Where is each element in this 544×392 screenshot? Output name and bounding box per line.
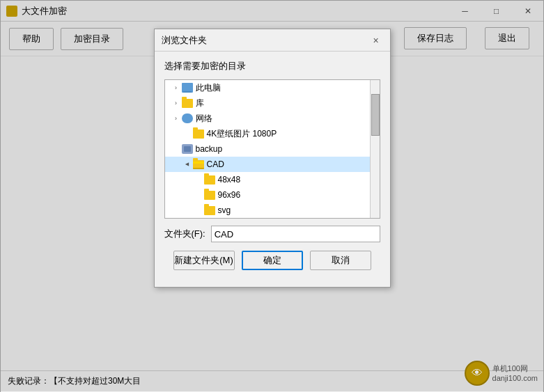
confirm-button[interactable]: 确定: [242, 251, 303, 270]
tree-item-cad[interactable]: ▼ CAD: [165, 157, 380, 172]
dialog-overlay: 浏览文件夹 × 选择需要加密的目录 › 此电脑 ›: [1, 1, 543, 391]
tree-label-lib: 库: [196, 97, 204, 109]
tree-area[interactable]: › 此电脑 › 库 › 网络 4K壁纸图片 1080P: [164, 79, 380, 219]
folder-icon: [204, 191, 215, 200]
tree-item-48x48[interactable]: 48x48: [165, 172, 380, 187]
tree-item-svg[interactable]: svg: [165, 203, 380, 218]
new-folder-button[interactable]: 新建文件夹(M): [173, 251, 235, 270]
file-input-row: 文件夹(F):: [164, 226, 380, 242]
tree-label-48x48: 48x48: [218, 175, 241, 185]
tree-item-96x96[interactable]: 96x96: [165, 187, 380, 203]
dialog-title-bar: 浏览文件夹 ×: [155, 29, 390, 52]
tree-item-network[interactable]: › 网络: [165, 111, 380, 126]
tree-arrow-cad: ▼: [182, 159, 193, 170]
pc-icon: [182, 83, 193, 93]
dialog-close-button[interactable]: ×: [369, 33, 383, 47]
tree-label-pc: 此电脑: [196, 82, 221, 94]
dialog-title: 浏览文件夹: [162, 34, 207, 47]
folder-input[interactable]: [211, 226, 380, 242]
browse-folder-dialog: 浏览文件夹 × 选择需要加密的目录 › 此电脑 ›: [154, 29, 391, 288]
file-input-label: 文件夹(F):: [164, 228, 205, 240]
folder-open-icon: [193, 160, 204, 169]
cancel-button[interactable]: 取消: [310, 251, 371, 270]
tree-item-backup[interactable]: backup: [165, 141, 380, 157]
folder-icon: [193, 130, 204, 139]
tree-label-96x96: 96x96: [218, 190, 241, 200]
dialog-body: 选择需要加密的目录 › 此电脑 › 库 › 网络: [155, 52, 390, 287]
folder-icon: [204, 206, 215, 215]
tree-scrollbar[interactable]: [370, 80, 380, 218]
tree-label-svg: svg: [218, 205, 231, 215]
scrollbar-thumb[interactable]: [371, 94, 380, 136]
dialog-instruction: 选择需要加密的目录: [164, 60, 380, 72]
folder-icon: [204, 175, 215, 185]
tree-item-wallpaper[interactable]: 4K壁纸图片 1080P: [165, 126, 380, 141]
folder-icon: [182, 99, 193, 108]
tree-item-new-folder[interactable]: 新建文件夹: [165, 218, 380, 219]
tree-label-cad: CAD: [207, 159, 224, 169]
tree-label-network: 网络: [196, 113, 212, 125]
tree-arrow-lib: ›: [171, 97, 182, 109]
tree-item-pc[interactable]: › 此电脑: [165, 80, 380, 95]
main-window: 大文件加密 ─ □ ✕ 帮助 加密目录 保存日志 退出 失败记录：【不支持对超过…: [0, 0, 544, 392]
tree-label-wallpaper: 4K壁纸图片 1080P: [207, 128, 277, 140]
network-icon: [182, 113, 193, 123]
tree-arrow-pc: ›: [171, 82, 182, 93]
tree-label-backup: backup: [196, 144, 223, 154]
tree-arrow-network: ›: [171, 113, 182, 124]
button-row: 新建文件夹(M) 确定 取消: [164, 251, 380, 279]
backup-icon: [182, 144, 193, 154]
tree-item-lib[interactable]: › 库: [165, 95, 380, 111]
